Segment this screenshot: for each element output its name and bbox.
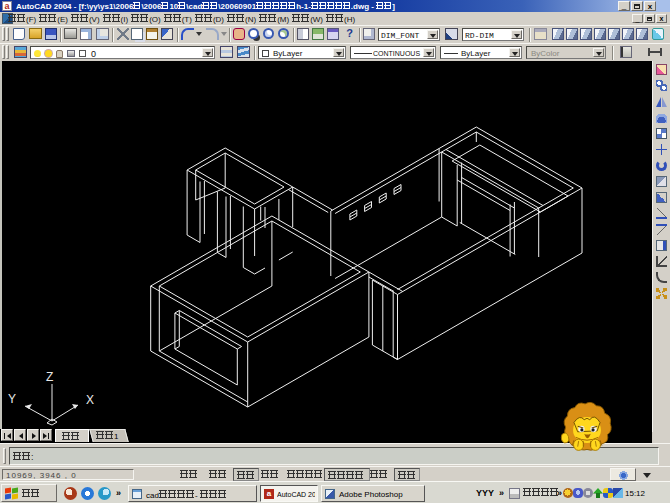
svg-text:Z: Z [46, 370, 53, 384]
svg-text:X: X [86, 393, 94, 407]
svg-text:Y: Y [8, 392, 16, 406]
